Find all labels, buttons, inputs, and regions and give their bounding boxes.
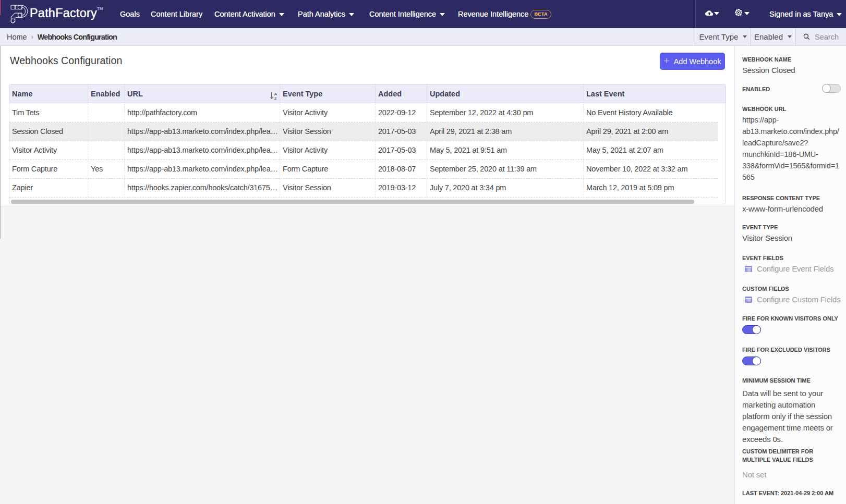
- svg-text:A: A: [274, 92, 277, 96]
- svg-text:Z: Z: [274, 96, 277, 101]
